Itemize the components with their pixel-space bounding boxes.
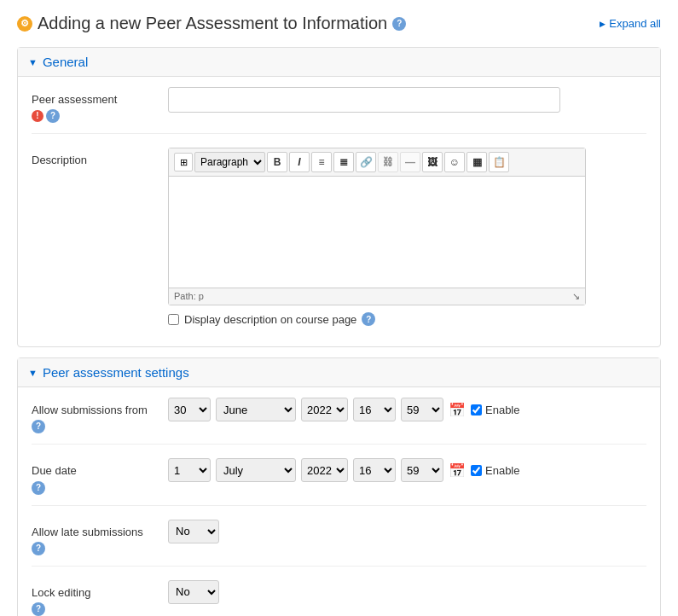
allow-late-controls: NoYes bbox=[168, 520, 646, 543]
editor-container: ⊞ Paragraph B I ≡ ≣ 🔗 ⛓ — 🖼 bbox=[168, 148, 586, 305]
due-date-enable-label: Enable bbox=[485, 464, 519, 477]
due-date-datetime-row: 121530 JanuaryFebruaryMarch AprilMayJune… bbox=[168, 458, 646, 482]
unlink-btn[interactable]: ⛓ bbox=[378, 152, 398, 172]
due-date-label: Due date bbox=[32, 463, 168, 479]
description-label: Description bbox=[32, 153, 168, 168]
code-btn[interactable]: 📋 bbox=[489, 152, 509, 172]
submissions-min-select[interactable]: 59 bbox=[401, 398, 443, 421]
due-date-day-select[interactable]: 121530 bbox=[168, 458, 211, 482]
display-description-checkbox[interactable] bbox=[168, 314, 179, 325]
lock-editing-row: Lock editing ? NoYes bbox=[32, 580, 646, 616]
settings-section-title: Peer assessment settings bbox=[43, 365, 189, 380]
table-btn[interactable]: ▦ bbox=[466, 152, 487, 172]
editor-body[interactable] bbox=[169, 177, 585, 288]
lock-editing-label-area: Lock editing ? bbox=[32, 580, 168, 616]
page-title: ⚙ Adding a new Peer Assessment to Inform… bbox=[17, 14, 406, 33]
description-row: Description ⊞ Paragraph B I ≡ ≣ bbox=[32, 148, 646, 336]
allow-submissions-label-area: Allow submissions from ? bbox=[32, 398, 168, 433]
due-date-month-select[interactable]: JanuaryFebruaryMarch AprilMayJune JulyAu… bbox=[216, 458, 296, 482]
bold-btn[interactable]: B bbox=[267, 152, 287, 172]
expand-all-link[interactable]: Expand all bbox=[600, 17, 661, 30]
allow-submissions-datetime-row: 30 1231531 JanuaryFebruaryMarch AprilMay… bbox=[168, 398, 646, 421]
due-date-min-select[interactable]: 59 bbox=[401, 458, 443, 482]
submissions-day-select[interactable]: 30 1231531 bbox=[168, 398, 211, 421]
peer-assessment-settings-section: ▼ Peer assessment settings Allow submiss… bbox=[17, 357, 661, 616]
description-editor-area: ⊞ Paragraph B I ≡ ≣ 🔗 ⛓ — 🖼 bbox=[168, 148, 646, 326]
submissions-year-select[interactable]: 2020202120222023 bbox=[301, 398, 348, 421]
description-label-area: Description bbox=[32, 148, 168, 168]
due-date-label-area: Due date ? bbox=[32, 458, 168, 494]
allow-submissions-controls: 30 1231531 JanuaryFebruaryMarch AprilMay… bbox=[168, 398, 646, 421]
peer-assessment-input[interactable] bbox=[168, 87, 560, 113]
peer-assessment-settings-header[interactable]: ▼ Peer assessment settings bbox=[18, 358, 660, 387]
due-date-year-select[interactable]: 2020202120222023 bbox=[301, 458, 348, 482]
peer-assessment-help-icon[interactable]: ? bbox=[46, 109, 60, 123]
page-help-icon[interactable]: ? bbox=[392, 17, 406, 31]
editor-footer: Path: p ↘ bbox=[169, 288, 585, 305]
peer-assessment-label-area: Peer assessment ! ? bbox=[32, 87, 168, 123]
editor-resize-icon: ↘ bbox=[572, 291, 580, 302]
link-btn[interactable]: 🔗 bbox=[356, 152, 376, 172]
general-section: ▼ General Peer assessment ! ? bbox=[17, 47, 661, 347]
due-date-help-icon[interactable]: ? bbox=[32, 481, 45, 495]
editor-toolbar: ⊞ Paragraph B I ≡ ≣ 🔗 ⛓ — 🖼 bbox=[169, 148, 585, 177]
submissions-enable-checkbox[interactable] bbox=[471, 404, 482, 416]
lock-editing-help-icon[interactable]: ? bbox=[32, 602, 45, 616]
emoji-btn[interactable]: ☺ bbox=[444, 152, 465, 172]
editor-path: Path: p bbox=[174, 291, 204, 302]
submissions-calendar-icon[interactable]: 📅 bbox=[449, 402, 466, 418]
submissions-month-select[interactable]: JanuaryFebruaryMarch AprilMayJune JulyAu… bbox=[216, 398, 296, 421]
general-section-header[interactable]: ▼ General bbox=[18, 48, 660, 77]
display-description-row: Display description on course page ? bbox=[168, 312, 646, 326]
lock-editing-label: Lock editing bbox=[32, 585, 168, 601]
separator-btn[interactable]: — bbox=[400, 152, 420, 172]
allow-late-row: Allow late submissions ? NoYes bbox=[32, 520, 646, 567]
ordered-list-btn[interactable]: ≣ bbox=[333, 152, 354, 172]
due-date-enable-checkbox[interactable] bbox=[471, 465, 482, 476]
submissions-hour-select[interactable]: 16 bbox=[353, 398, 396, 421]
image-btn[interactable]: 🖼 bbox=[422, 152, 443, 172]
allow-late-label-area: Allow late submissions ? bbox=[32, 520, 168, 555]
due-date-calendar-icon[interactable]: 📅 bbox=[449, 462, 466, 479]
settings-chevron-icon: ▼ bbox=[28, 368, 38, 378]
general-chevron-icon: ▼ bbox=[28, 57, 38, 67]
peer-assessment-label: Peer assessment bbox=[32, 92, 168, 108]
lock-editing-controls: NoYes bbox=[168, 580, 646, 604]
allow-submissions-label: Allow submissions from bbox=[32, 403, 168, 418]
settings-circle-icon: ⚙ bbox=[17, 16, 32, 32]
due-date-row: Due date ? 121530 JanuaryFebruaryMarch A… bbox=[32, 458, 646, 505]
due-date-controls: 121530 JanuaryFebruaryMarch AprilMayJune… bbox=[168, 458, 646, 482]
allow-late-select[interactable]: NoYes bbox=[168, 520, 219, 543]
settings-section-body: Allow submissions from ? 30 1231531 Janu… bbox=[18, 387, 660, 616]
display-description-help-icon[interactable]: ? bbox=[362, 312, 375, 326]
paragraph-select[interactable]: Paragraph bbox=[194, 152, 265, 172]
editor-grid-btn[interactable]: ⊞ bbox=[174, 153, 193, 171]
display-description-label: Display description on course page bbox=[184, 313, 356, 326]
general-section-title: General bbox=[43, 55, 88, 69]
peer-assessment-input-area bbox=[168, 87, 646, 113]
allow-late-help-icon[interactable]: ? bbox=[32, 542, 45, 555]
allow-late-label: Allow late submissions bbox=[32, 525, 168, 540]
peer-assessment-row: Peer assessment ! ? bbox=[32, 87, 646, 134]
submissions-enable-label: Enable bbox=[485, 404, 519, 416]
allow-submissions-row: Allow submissions from ? 30 1231531 Janu… bbox=[32, 398, 646, 445]
required-icon: ! bbox=[32, 110, 43, 122]
due-date-hour-select[interactable]: 16 bbox=[353, 458, 396, 482]
submissions-enable-row: Enable bbox=[471, 404, 519, 416]
unordered-list-btn[interactable]: ≡ bbox=[311, 152, 332, 172]
italic-btn[interactable]: I bbox=[289, 152, 310, 172]
allow-submissions-help-icon[interactable]: ? bbox=[32, 420, 45, 433]
general-section-body: Peer assessment ! ? Description bbox=[18, 77, 660, 346]
due-date-enable-row: Enable bbox=[471, 464, 519, 477]
lock-editing-select[interactable]: NoYes bbox=[168, 580, 219, 604]
